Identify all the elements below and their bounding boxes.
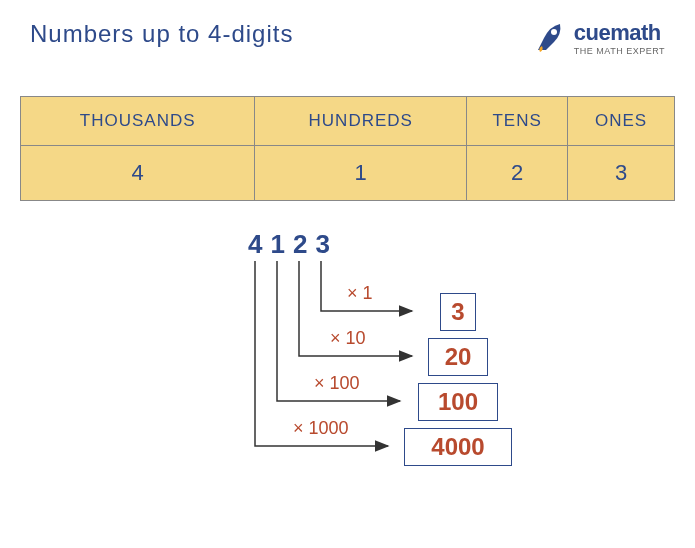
header-thousands: THOUSANDS [21,97,255,146]
header-hundreds: HUNDREDS [255,97,467,146]
multiplier-hundreds: × 100 [314,373,360,394]
result-ones: 3 [440,293,476,331]
value-thousands: 4 [21,146,255,201]
header: Numbers up to 4-digits cuemath THE MATH … [0,0,695,66]
place-value-table: THOUSANDS HUNDREDS TENS ONES 4 1 2 3 [20,96,675,201]
logo-text: cuemath THE MATH EXPERT [574,20,665,56]
value-ones: 3 [568,146,675,201]
multiplier-ones: × 1 [347,283,373,304]
logo: cuemath THE MATH EXPERT [532,20,665,56]
result-tens: 20 [428,338,488,376]
multiplier-thousands: × 1000 [293,418,349,439]
logo-tagline: THE MATH EXPERT [574,46,665,56]
value-hundreds: 1 [255,146,467,201]
result-hundreds: 100 [418,383,498,421]
svg-point-0 [551,29,557,35]
header-tens: TENS [467,97,568,146]
table-header-row: THOUSANDS HUNDREDS TENS ONES [21,97,675,146]
multiplier-tens: × 10 [330,328,366,349]
logo-name: cuemath [574,20,665,46]
page-title: Numbers up to 4-digits [30,20,293,48]
connector-lines [0,221,695,511]
result-thousands: 4000 [404,428,512,466]
expansion-diagram: 4 1 2 3 × 1 × 10 × 100 × 1000 3 20 100 4… [0,221,695,511]
value-tens: 2 [467,146,568,201]
table-value-row: 4 1 2 3 [21,146,675,201]
header-ones: ONES [568,97,675,146]
rocket-icon [532,20,568,56]
